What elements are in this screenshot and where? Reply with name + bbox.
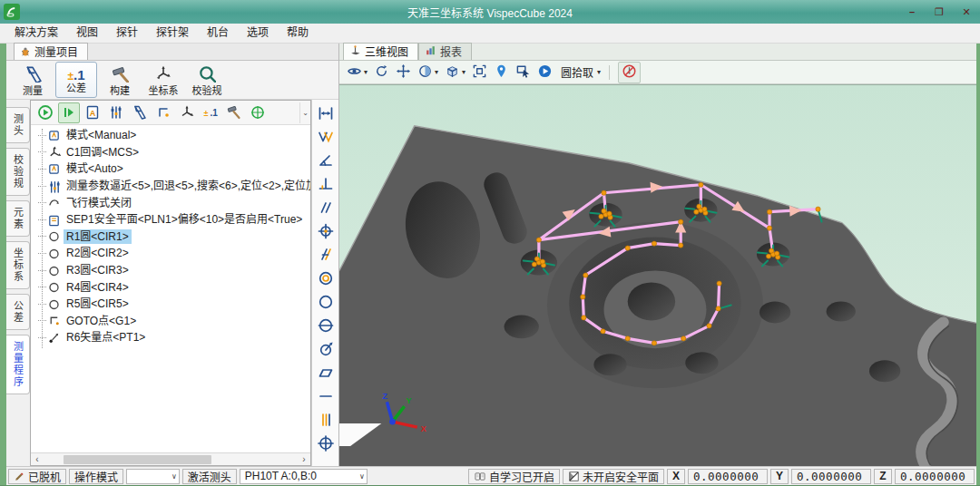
tree-toolbar-construct-button[interactable] — [223, 102, 245, 123]
tree-guide — [38, 151, 46, 152]
view-cube-button[interactable]: ▾ — [445, 63, 466, 82]
pan-button[interactable] — [396, 63, 411, 82]
pick-select-button[interactable] — [515, 63, 531, 82]
zoom-fit-button[interactable] — [472, 63, 487, 82]
tolerance-angle2-icon[interactable] — [315, 126, 337, 147]
tab-measurement-project[interactable]: 测量项目 — [14, 43, 88, 60]
tree-row[interactable]: R5圆<CIR5> — [31, 296, 310, 313]
tree-item-label: 飞行模式关闭 — [64, 196, 134, 210]
side-tab-2[interactable]: 校验规 — [6, 148, 30, 196]
3d-scene[interactable]: Z Y X — [339, 85, 976, 466]
tree-row[interactable]: 飞行模式关闭 — [31, 194, 310, 211]
tree-row[interactable]: R1圆<CIR1> — [31, 228, 310, 246]
view-tab-row: 三维视图报表 — [339, 44, 976, 61]
tree-toolbar-params-button[interactable] — [105, 102, 127, 123]
tolerance-symmetry-icon[interactable] — [315, 315, 337, 335]
op-mode-select[interactable]: ∨ — [126, 469, 180, 484]
toolbar-overflow-button[interactable]: ⌄ — [299, 102, 310, 123]
tree-toolbar-tolerance-button[interactable]: ±.1 — [200, 102, 221, 123]
menu-item-2[interactable]: 视图 — [67, 24, 107, 43]
ribbon-button-label: 坐标系 — [149, 86, 179, 96]
ribbon-button-gauge[interactable]: 校验规 — [186, 62, 228, 98]
tree-row[interactable]: R3圆<CIR3> — [31, 262, 310, 279]
tab-report[interactable]: 报表 — [418, 43, 472, 60]
side-tab-5[interactable]: 公差 — [6, 294, 30, 330]
tab-measurement-project-label: 测量项目 — [34, 44, 78, 59]
tree-row[interactable]: R4圆<CIR4> — [31, 278, 310, 296]
ribbon-construct-icon — [111, 64, 129, 85]
tree-row[interactable]: SEP1安全平面<PLN1>偏移<10>是否启用<True> — [31, 211, 310, 228]
tree-row[interactable]: 测量参数逼近<5>,回退<5>,搜索<6>,定位<2>,定位加<2>,测量 — [31, 178, 310, 195]
pan-icon — [396, 63, 411, 82]
menu-item-5[interactable]: 机台 — [198, 24, 238, 43]
tolerance-angle-icon[interactable] — [315, 150, 337, 170]
ribbon-button-tolerance[interactable]: ±.1公差 — [55, 62, 97, 98]
tolerance-distance2-icon[interactable] — [315, 409, 337, 430]
tree-row[interactable]: GOTO点<G1> — [31, 313, 310, 330]
tolerance-profile-icon[interactable] — [315, 433, 337, 453]
side-tab-6[interactable]: 测量程序 — [6, 335, 30, 394]
tab-view3d[interactable]: 三维视图 — [343, 43, 418, 60]
scroll-thumb[interactable] — [64, 455, 211, 464]
side-tab-3[interactable]: 元素 — [6, 200, 30, 237]
offline-status: 已脱机 — [8, 469, 66, 484]
side-tab-4[interactable]: 坐标系 — [6, 241, 30, 289]
menu-item-7[interactable]: 帮助 — [278, 24, 318, 43]
scroll-track[interactable] — [44, 454, 298, 465]
tolerance-concentricity-icon[interactable] — [315, 267, 337, 288]
tree-row[interactable]: R6矢量点<PT1> — [31, 329, 310, 346]
menu-item-6[interactable]: 选项 — [238, 24, 278, 43]
tolerance-distance-icon[interactable] — [315, 102, 337, 123]
menu-item-3[interactable]: 探针 — [107, 24, 147, 43]
tab-report-icon — [425, 44, 436, 59]
annotation-pin-button[interactable] — [494, 63, 509, 82]
circle-pick-dropdown[interactable]: 圆拾取▾ — [559, 64, 601, 80]
ribbon-coordsys-icon — [154, 64, 172, 85]
scroll-right-button[interactable]: › — [298, 453, 310, 465]
tree-row[interactable]: 模式<Manual> — [31, 127, 310, 144]
tree-toolbar-run-button[interactable] — [34, 102, 56, 123]
tolerance-roundness-icon[interactable] — [315, 291, 337, 312]
tolerance-runout-icon[interactable] — [315, 338, 337, 359]
tolerance-position-icon[interactable] — [315, 220, 337, 241]
title-bar: 天准三坐标系统 VispecCube 2024 – ❐ ✕ — [0, 0, 980, 24]
rotate-button[interactable] — [374, 63, 389, 82]
tree-toolbar-coordsys-button[interactable] — [176, 102, 198, 123]
tree-h-scrollbar[interactable]: ‹ › — [31, 452, 310, 465]
tree-toolbar-measure-button[interactable] — [129, 102, 151, 123]
maximize-button[interactable]: ❐ — [926, 2, 953, 22]
view-options-button[interactable]: ▾ — [347, 63, 368, 82]
tolerance-perpendicularity-icon[interactable] — [315, 173, 337, 194]
tolerance-inclination-icon[interactable] — [315, 244, 337, 265]
tree-row[interactable]: 模式<Auto> — [31, 160, 310, 178]
side-tab-1[interactable]: 测头 — [6, 107, 30, 143]
tolerance-flatness-icon[interactable] — [315, 362, 337, 383]
tolerance-parallelism-icon[interactable] — [315, 197, 337, 218]
tree-item-goto-icon — [47, 314, 61, 327]
menu-item-1[interactable]: 解决方案 — [5, 24, 67, 43]
minimize-button[interactable]: – — [898, 2, 926, 22]
tree-row[interactable]: R2圆<CIR2> — [31, 245, 310, 262]
menu-item-4[interactable]: 探针架 — [147, 24, 198, 43]
probe-display-off-button[interactable] — [618, 62, 641, 83]
ribbon-button-measure[interactable]: 测量 — [12, 62, 54, 98]
tolerance-straightness-icon[interactable] — [315, 385, 337, 406]
self-learn-status: 自学习已开启 — [468, 469, 560, 484]
ribbon-button-coordsys[interactable]: 坐标系 — [142, 62, 184, 98]
close-button[interactable]: ✕ — [953, 2, 980, 22]
tree-toolbar-auto-doc-button[interactable]: A — [82, 102, 103, 123]
active-probe-select[interactable]: PH10T A:0,B:0 ∨ — [240, 469, 368, 484]
ribbon-button-construct[interactable]: 构建 — [99, 62, 141, 98]
auto-play-button[interactable] — [537, 63, 553, 82]
render-style-button[interactable]: ▾ — [417, 63, 438, 82]
scroll-left-button[interactable]: ‹ — [31, 453, 44, 465]
tree-toolbar-probe-path-button[interactable] — [247, 102, 269, 123]
tree-toolbar-goto-button[interactable] — [152, 102, 174, 123]
tree-item-label: C1回调<MCS> — [64, 145, 142, 160]
tree-toolbar-step-run-button[interactable] — [58, 102, 80, 123]
menu-bar: 解决方案视图探针探针架机台选项帮助 — [0, 24, 980, 44]
viewport-3d[interactable]: Z Y X — [339, 84, 976, 466]
tree-row[interactable]: C1回调<MCS> — [31, 144, 310, 161]
self-learn-icon — [474, 471, 486, 482]
op-mode-caption: 操作模式 — [69, 469, 123, 484]
